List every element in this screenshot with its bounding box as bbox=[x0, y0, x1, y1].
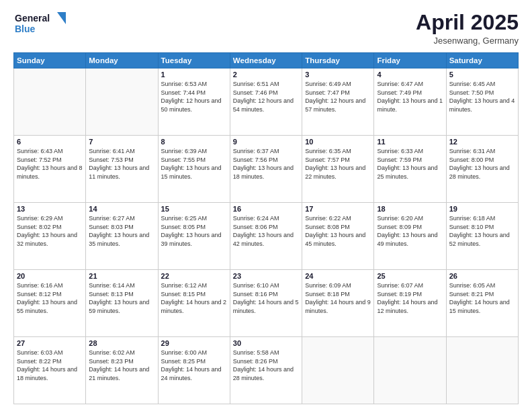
day-info: Sunrise: 6:02 AM Sunset: 8:23 PM Dayligh… bbox=[89, 349, 154, 382]
day-info: Sunrise: 5:58 AM Sunset: 8:26 PM Dayligh… bbox=[233, 349, 299, 382]
calendar-cell: 16Sunrise: 6:24 AM Sunset: 8:06 PM Dayli… bbox=[230, 203, 302, 270]
day-number: 14 bbox=[89, 205, 154, 213]
calendar-cell: 23Sunrise: 6:10 AM Sunset: 8:16 PM Dayli… bbox=[230, 270, 302, 337]
day-number: 7 bbox=[89, 138, 154, 146]
day-info: Sunrise: 6:10 AM Sunset: 8:16 PM Dayligh… bbox=[233, 281, 299, 315]
day-info: Sunrise: 6:00 AM Sunset: 8:25 PM Dayligh… bbox=[161, 349, 227, 382]
day-number: 6 bbox=[17, 138, 83, 146]
calendar-cell: 6Sunrise: 6:43 AM Sunset: 7:52 PM Daylig… bbox=[14, 136, 86, 203]
day-number: 10 bbox=[305, 138, 371, 146]
logo: GeneralBlue bbox=[13, 11, 67, 38]
location-subtitle: Jesenwang, Germany bbox=[416, 36, 519, 46]
calendar-cell: 3Sunrise: 6:49 AM Sunset: 7:47 PM Daylig… bbox=[302, 68, 374, 136]
day-number: 19 bbox=[449, 205, 515, 213]
day-number: 20 bbox=[17, 272, 83, 280]
weekday-header-saturday: Saturday bbox=[446, 53, 518, 68]
day-number: 1 bbox=[161, 71, 227, 79]
day-number: 13 bbox=[17, 205, 83, 213]
day-number: 4 bbox=[377, 71, 443, 79]
weekday-header-thursday: Thursday bbox=[302, 53, 374, 68]
calendar-cell: 7Sunrise: 6:41 AM Sunset: 7:53 PM Daylig… bbox=[86, 136, 158, 203]
day-info: Sunrise: 6:22 AM Sunset: 8:08 PM Dayligh… bbox=[305, 214, 371, 248]
day-info: Sunrise: 6:12 AM Sunset: 8:15 PM Dayligh… bbox=[161, 281, 227, 315]
weekday-header-monday: Monday bbox=[86, 53, 158, 68]
calendar-cell bbox=[86, 68, 158, 136]
day-number: 24 bbox=[305, 272, 371, 280]
day-info: Sunrise: 6:16 AM Sunset: 8:12 PM Dayligh… bbox=[17, 281, 83, 315]
day-info: Sunrise: 6:27 AM Sunset: 8:03 PM Dayligh… bbox=[89, 214, 154, 248]
month-title: April 2025 bbox=[416, 11, 519, 34]
day-number: 27 bbox=[17, 339, 83, 347]
day-number: 8 bbox=[161, 138, 227, 146]
calendar-cell: 15Sunrise: 6:25 AM Sunset: 8:05 PM Dayli… bbox=[158, 203, 230, 270]
day-info: Sunrise: 6:33 AM Sunset: 7:59 PM Dayligh… bbox=[377, 147, 443, 181]
day-number: 22 bbox=[161, 272, 227, 280]
calendar-week-row: 6Sunrise: 6:43 AM Sunset: 7:52 PM Daylig… bbox=[14, 136, 519, 203]
weekday-header-tuesday: Tuesday bbox=[158, 53, 230, 68]
calendar-week-row: 1Sunrise: 6:53 AM Sunset: 7:44 PM Daylig… bbox=[14, 68, 519, 136]
svg-text:General: General bbox=[15, 13, 50, 24]
day-number: 21 bbox=[89, 272, 154, 280]
day-info: Sunrise: 6:24 AM Sunset: 8:06 PM Dayligh… bbox=[233, 214, 299, 248]
calendar-week-row: 27Sunrise: 6:03 AM Sunset: 8:22 PM Dayli… bbox=[14, 337, 519, 404]
calendar-cell: 27Sunrise: 6:03 AM Sunset: 8:22 PM Dayli… bbox=[14, 337, 86, 404]
page: GeneralBlue April 2025 Jesenwang, German… bbox=[0, 0, 532, 411]
day-number: 12 bbox=[449, 138, 515, 146]
weekday-header-friday: Friday bbox=[374, 53, 446, 68]
header: GeneralBlue April 2025 Jesenwang, German… bbox=[13, 11, 519, 46]
calendar-cell: 1Sunrise: 6:53 AM Sunset: 7:44 PM Daylig… bbox=[158, 68, 230, 136]
calendar-cell bbox=[374, 337, 446, 404]
day-info: Sunrise: 6:31 AM Sunset: 8:00 PM Dayligh… bbox=[449, 147, 515, 181]
calendar-cell: 17Sunrise: 6:22 AM Sunset: 8:08 PM Dayli… bbox=[302, 203, 374, 270]
day-info: Sunrise: 6:41 AM Sunset: 7:53 PM Dayligh… bbox=[89, 147, 154, 181]
calendar-cell bbox=[14, 68, 86, 136]
day-info: Sunrise: 6:45 AM Sunset: 7:50 PM Dayligh… bbox=[449, 80, 515, 113]
calendar-week-row: 13Sunrise: 6:29 AM Sunset: 8:02 PM Dayli… bbox=[14, 203, 519, 270]
day-info: Sunrise: 6:18 AM Sunset: 8:10 PM Dayligh… bbox=[449, 214, 515, 248]
calendar-cell: 30Sunrise: 5:58 AM Sunset: 8:26 PM Dayli… bbox=[230, 337, 302, 404]
calendar-table: SundayMondayTuesdayWednesdayThursdayFrid… bbox=[13, 52, 519, 404]
calendar-cell: 2Sunrise: 6:51 AM Sunset: 7:46 PM Daylig… bbox=[230, 68, 302, 136]
day-info: Sunrise: 6:37 AM Sunset: 7:56 PM Dayligh… bbox=[233, 147, 299, 181]
calendar-cell: 21Sunrise: 6:14 AM Sunset: 8:13 PM Dayli… bbox=[86, 270, 158, 337]
day-info: Sunrise: 6:39 AM Sunset: 7:55 PM Dayligh… bbox=[161, 147, 227, 181]
day-number: 17 bbox=[305, 205, 371, 213]
weekday-header-row: SundayMondayTuesdayWednesdayThursdayFrid… bbox=[14, 53, 519, 68]
calendar-cell: 12Sunrise: 6:31 AM Sunset: 8:00 PM Dayli… bbox=[446, 136, 518, 203]
weekday-header-wednesday: Wednesday bbox=[230, 53, 302, 68]
day-info: Sunrise: 6:25 AM Sunset: 8:05 PM Dayligh… bbox=[161, 214, 227, 248]
day-info: Sunrise: 6:29 AM Sunset: 8:02 PM Dayligh… bbox=[17, 214, 83, 248]
calendar-cell: 5Sunrise: 6:45 AM Sunset: 7:50 PM Daylig… bbox=[446, 68, 518, 136]
calendar-cell: 19Sunrise: 6:18 AM Sunset: 8:10 PM Dayli… bbox=[446, 203, 518, 270]
day-number: 15 bbox=[161, 205, 227, 213]
day-number: 25 bbox=[377, 272, 443, 280]
day-info: Sunrise: 6:20 AM Sunset: 8:09 PM Dayligh… bbox=[377, 214, 443, 248]
calendar-cell: 25Sunrise: 6:07 AM Sunset: 8:19 PM Dayli… bbox=[374, 270, 446, 337]
day-number: 11 bbox=[377, 138, 443, 146]
calendar-cell: 4Sunrise: 6:47 AM Sunset: 7:49 PM Daylig… bbox=[374, 68, 446, 136]
day-number: 29 bbox=[161, 339, 227, 347]
svg-text:Blue: Blue bbox=[15, 24, 36, 34]
calendar-cell: 18Sunrise: 6:20 AM Sunset: 8:09 PM Dayli… bbox=[374, 203, 446, 270]
day-info: Sunrise: 6:03 AM Sunset: 8:22 PM Dayligh… bbox=[17, 349, 83, 382]
day-info: Sunrise: 6:43 AM Sunset: 7:52 PM Dayligh… bbox=[17, 147, 83, 181]
day-info: Sunrise: 6:35 AM Sunset: 7:57 PM Dayligh… bbox=[305, 147, 371, 181]
day-info: Sunrise: 6:05 AM Sunset: 8:21 PM Dayligh… bbox=[449, 281, 515, 315]
calendar-cell: 20Sunrise: 6:16 AM Sunset: 8:12 PM Dayli… bbox=[14, 270, 86, 337]
calendar-cell: 26Sunrise: 6:05 AM Sunset: 8:21 PM Dayli… bbox=[446, 270, 518, 337]
day-number: 3 bbox=[305, 71, 371, 79]
logo-icon: GeneralBlue bbox=[13, 11, 67, 38]
day-number: 18 bbox=[377, 205, 443, 213]
day-info: Sunrise: 6:14 AM Sunset: 8:13 PM Dayligh… bbox=[89, 281, 154, 315]
day-number: 5 bbox=[449, 71, 515, 79]
calendar-cell: 11Sunrise: 6:33 AM Sunset: 7:59 PM Dayli… bbox=[374, 136, 446, 203]
day-info: Sunrise: 6:47 AM Sunset: 7:49 PM Dayligh… bbox=[377, 80, 443, 113]
day-info: Sunrise: 6:09 AM Sunset: 8:18 PM Dayligh… bbox=[305, 281, 371, 315]
day-info: Sunrise: 6:51 AM Sunset: 7:46 PM Dayligh… bbox=[233, 80, 299, 113]
calendar-cell: 29Sunrise: 6:00 AM Sunset: 8:25 PM Dayli… bbox=[158, 337, 230, 404]
calendar-cell: 8Sunrise: 6:39 AM Sunset: 7:55 PM Daylig… bbox=[158, 136, 230, 203]
calendar-cell bbox=[446, 337, 518, 404]
day-number: 28 bbox=[89, 339, 154, 347]
calendar-cell: 22Sunrise: 6:12 AM Sunset: 8:15 PM Dayli… bbox=[158, 270, 230, 337]
day-number: 9 bbox=[233, 138, 299, 146]
